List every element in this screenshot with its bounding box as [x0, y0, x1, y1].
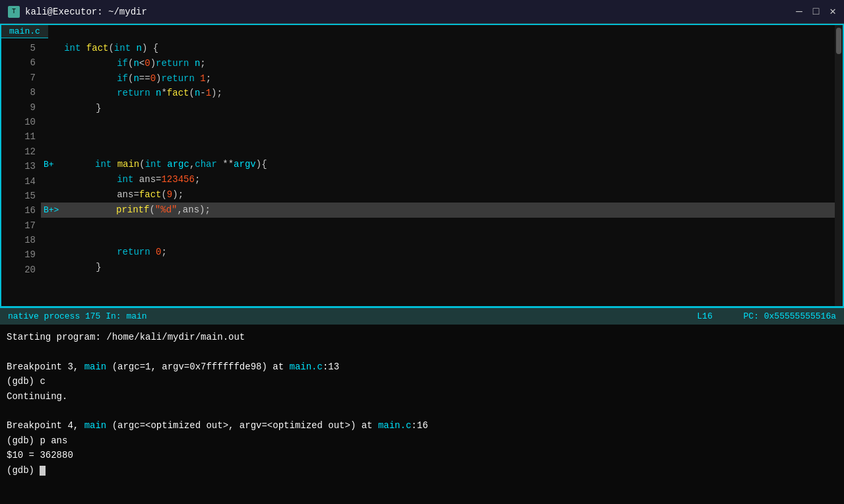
main-window: main.c 5 6 7 8 9 10 11 12 13 14 15 16 17…	[0, 24, 844, 504]
maximize-button[interactable]: □	[813, 7, 820, 17]
terminal-line-5: Continuing.	[7, 389, 837, 404]
line-num: 19	[9, 247, 36, 262]
window-title: kali@Executor: ~/mydir	[25, 7, 147, 17]
terminal-line-1: Starting program: /home/kali/mydir/main.…	[7, 330, 837, 344]
line-num: 10	[9, 115, 36, 129]
terminal-icon: T	[8, 6, 20, 18]
status-right: L16 PC: 0x55555555516a	[697, 311, 836, 321]
process-status: native process 175 In: main	[8, 311, 147, 321]
line-num: 17	[9, 218, 36, 233]
terminal-line-blank	[7, 344, 837, 359]
code-line-9: }	[41, 101, 843, 116]
line-num: 20	[9, 263, 36, 277]
scrollbar-thumb[interactable]	[836, 28, 841, 54]
minimize-button[interactable]: —	[796, 7, 802, 17]
code-line-15: ans=fact(9);	[41, 187, 843, 203]
code-line-12	[41, 144, 843, 158]
code-line-17	[41, 218, 843, 232]
code-lines: int fact(int n) { if(n<0)return n; if(n=…	[41, 38, 843, 306]
title-bar: T kali@Executor: ~/mydir — □ ✕	[0, 0, 844, 24]
terminal-pane[interactable]: Starting program: /home/kali/mydir/main.…	[0, 325, 844, 504]
line-num: 15	[9, 189, 36, 203]
code-line-7: if(n==0)return 1;	[41, 71, 843, 86]
code-line-8: return n*fact(n-1);	[41, 86, 843, 101]
code-line-10	[41, 116, 843, 130]
line-num: 5	[9, 41, 36, 55]
titlebar-left: T kali@Executor: ~/mydir	[8, 6, 147, 18]
terminal-line-7: Breakpoint 4, main (argc=<optimized out>…	[7, 418, 837, 433]
code-line-11	[41, 130, 843, 144]
line-numbers: 5 6 7 8 9 10 11 12 13 14 15 16 17 18 19 …	[1, 38, 41, 306]
code-area: 5 6 7 8 9 10 11 12 13 14 15 16 17 18 19 …	[1, 38, 843, 306]
line-num: 9	[9, 100, 36, 115]
line-num: 11	[9, 129, 36, 144]
terminal-line-3: Breakpoint 3, main (argc=1, argv=0x7ffff…	[7, 360, 837, 374]
line-num: 14	[9, 174, 36, 189]
pc-indicator: PC: 0x55555555516a	[744, 311, 836, 321]
line-num: 8	[9, 85, 36, 100]
status-bar: native process 175 In: main L16 PC: 0x55…	[0, 307, 844, 325]
titlebar-controls[interactable]: — □ ✕	[796, 7, 836, 17]
terminal-line-blank2	[7, 404, 837, 418]
code-line-14: int ans=123456;	[41, 172, 843, 187]
code-line-5: int fact(int n) {	[41, 41, 843, 56]
close-button[interactable]: ✕	[829, 7, 836, 17]
code-line-20: }	[41, 260, 843, 275]
line-marker	[44, 42, 64, 56]
line-num: 7	[9, 71, 36, 85]
terminal-line-8: (gdb) p ans	[7, 433, 837, 448]
code-line-18	[41, 231, 843, 245]
editor-scrollbar[interactable]	[835, 25, 843, 306]
terminal-line-9: $10 = 362880	[7, 448, 837, 462]
line-num: 13	[9, 159, 36, 173]
editor-pane: main.c 5 6 7 8 9 10 11 12 13 14 15 16 17…	[0, 24, 844, 307]
terminal-cursor	[40, 466, 46, 476]
line-num: 6	[9, 55, 36, 70]
line-num: 18	[9, 233, 36, 247]
line-num: 12	[9, 144, 36, 159]
terminal-line-10: (gdb)	[7, 463, 837, 478]
code-line-13: B+ int main(int argc,char **argv){	[41, 157, 843, 172]
file-tab[interactable]: main.c	[1, 25, 48, 38]
line-indicator: L16	[697, 311, 712, 321]
code-line-19: return 0;	[41, 245, 843, 260]
line-num: 16	[9, 203, 36, 218]
code-line-16: B+> printf("%d",ans);	[41, 203, 843, 218]
code-line-6: if(n<0)return n;	[41, 56, 843, 71]
terminal-line-4: (gdb) c	[7, 374, 837, 389]
